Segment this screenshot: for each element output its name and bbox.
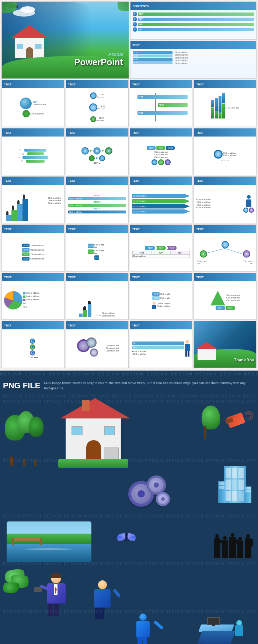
globe-text: TEXT Click to add text bbox=[33, 101, 46, 106]
slide-row-4: TEXT Click to add text Click to add tex bbox=[1, 176, 257, 223]
pie-chart bbox=[4, 291, 22, 309]
contents-slide[interactable]: CONTENTS 1 TEXT 2 TEXT 3 TEXT bbox=[130, 1, 257, 40]
iso-furniture bbox=[196, 617, 244, 644]
contents-item-4: TEXT bbox=[139, 28, 144, 31]
slide-hbar[interactable]: TEXT T1 T2 T3 T4 bbox=[1, 128, 64, 175]
slide-barchart[interactable]: TEXT bbox=[194, 80, 257, 127]
slide-row-6: TEXT Click to add text Click to add text… bbox=[1, 273, 257, 320]
slide-mixed[interactable]: TEXT TEXT Click to add text TEXT Click t… bbox=[66, 224, 129, 272]
thank-you-text: Thank You bbox=[234, 358, 254, 362]
contents-item-3: TEXT bbox=[139, 23, 144, 25]
butterfly-asset bbox=[117, 531, 136, 545]
slide-flow[interactable]: TEXT TEXT TEXT TEXT Click to add textCli… bbox=[130, 128, 193, 175]
png-assets-container: DESIGN DESIGN DESIGN DESIGN DESIGN DESIG… bbox=[3, 400, 255, 644]
main-title-area: Asadal PowerPoint bbox=[74, 52, 123, 67]
slide-silhouettes[interactable]: TEXT STEP Click to add text Click to bbox=[66, 273, 129, 320]
table-content: • Click to add text • Click to add text … bbox=[174, 51, 254, 65]
slide-row-2: TEXT TEXT Click to add text Click to add… bbox=[1, 80, 257, 127]
slide-presenter[interactable]: TEXT TEXT TEXT • Click to add text • Cli… bbox=[130, 321, 193, 368]
presenter-figure-2 bbox=[88, 580, 117, 621]
wm-row-1: DESIGN DESIGN DESIGN DESIGN DESIGN DESIG… bbox=[3, 394, 255, 398]
slide-funnel[interactable]: TEXT TEXT Click to add TEXT Click to add bbox=[130, 273, 193, 320]
slide-circle-process[interactable]: TEXT A B C NEXT ▶ bbox=[66, 128, 129, 175]
tree-right bbox=[196, 406, 226, 453]
text-table-slide[interactable]: TEXT TEXT TEXT TEXT TEXT • Click to add … bbox=[130, 41, 257, 79]
png-building bbox=[218, 459, 251, 503]
contents-num-1: 1 bbox=[133, 12, 137, 16]
slide-tags[interactable]: TEXT TEXT *Click to add text TEXT *Click… bbox=[1, 224, 64, 272]
svg-line-1 bbox=[225, 248, 243, 254]
slide-signpost[interactable]: TEXT TEXT TEXT TEXT bbox=[130, 80, 193, 127]
slide-bubbles[interactable]: TEXT TEXTClick to add TEXTClick to add T… bbox=[66, 80, 129, 127]
brand-label: Asadal bbox=[74, 52, 123, 57]
slide-row-3: TEXT T1 T2 T3 T4 bbox=[1, 128, 257, 175]
megaphone-icon bbox=[226, 411, 251, 437]
small-circle-1 bbox=[22, 110, 30, 117]
slide-people[interactable]: TEXT 👤 👤 👤 TOTAL ▶▶▶ bbox=[1, 321, 64, 368]
leaf-top-left bbox=[2, 2, 17, 13]
slide-steps[interactable]: TEXT STEP1 Click to add text STEP2 Click… bbox=[66, 176, 129, 223]
product-label: PowerPoint bbox=[74, 57, 123, 67]
main-slide[interactable]: Asadal PowerPoint bbox=[1, 1, 129, 79]
png-header: PNG FILE PNG image format source is easy… bbox=[3, 381, 255, 391]
text-slide-label: TEXT bbox=[133, 43, 140, 47]
contents-num-3: 3 bbox=[133, 22, 137, 26]
slide-row-7: TEXT 👤 👤 👤 TOTAL ▶▶▶ TEXT bbox=[1, 321, 257, 368]
slide-globe[interactable]: TEXT TEXT Click to add text Click to add… bbox=[1, 80, 64, 127]
contents-num-2: 2 bbox=[133, 17, 137, 21]
slide-cycle[interactable]: TEXT Click to add text Click to add text… bbox=[194, 128, 257, 175]
contents-title: CONTENTS bbox=[133, 4, 149, 8]
slide-arrowlist[interactable]: TEXT CLICK TO ADD CLICK TO ADD CLICK TO … bbox=[130, 176, 193, 223]
png-title: PNG FILE bbox=[3, 381, 40, 390]
slide-org[interactable]: TEXT A B C Click to addtext bbox=[194, 224, 257, 272]
slide-gears[interactable]: TEXT • Click to add text • Click to add … bbox=[66, 321, 129, 368]
png-section: PNG FILE PNG image format source is easy… bbox=[0, 377, 258, 644]
slide-pie[interactable]: TEXT Click to add text Click to add text… bbox=[1, 273, 64, 320]
contents-item-2: TEXT bbox=[139, 18, 144, 20]
table-header-cell: TEXT bbox=[133, 51, 173, 54]
slide-thankyou[interactable]: Thank You bbox=[194, 321, 257, 368]
landscape-image bbox=[7, 521, 91, 562]
contents-item-1: TEXT bbox=[139, 13, 144, 15]
globe-icon bbox=[20, 98, 32, 109]
slides-preview: Asadal PowerPoint CONTENTS 1 TEXT bbox=[0, 0, 258, 371]
silhouette-group bbox=[192, 521, 251, 558]
slide-pyramid[interactable]: TEXT Click to add text Click to add text… bbox=[194, 273, 257, 320]
png-description: PNG image format source is easy to contr… bbox=[44, 381, 255, 391]
svg-line-0 bbox=[203, 248, 225, 254]
png-gears bbox=[128, 474, 180, 514]
slide-row-5: TEXT TEXT *Click to add text TEXT *Click… bbox=[1, 224, 257, 272]
tree-cluster bbox=[3, 411, 55, 466]
slide-arrowflow[interactable]: TEXT TEXT TEXT TEXT TEXT TEXT TEXT Click… bbox=[130, 224, 193, 272]
watermark-divider: DESIGN DESIGN DESIGN DESIGN DESIGN DESIG… bbox=[0, 371, 258, 377]
slide-person-diagram[interactable]: TEXT • Click to add text • Click to add … bbox=[194, 176, 257, 223]
human-3d-1 bbox=[132, 613, 158, 644]
house-illustration bbox=[11, 31, 48, 58]
next-label: NEXT ▶ bbox=[94, 162, 101, 164]
leaf-top-right bbox=[118, 2, 129, 11]
leaf-cluster bbox=[3, 569, 36, 599]
watermark-text: DESIGN DESIGN DESIGN DESIGN DESIGN DESIG… bbox=[0, 372, 258, 376]
slide-stairs[interactable]: TEXT Click to add text Click to add tex bbox=[1, 176, 64, 223]
contents-num-4: 4 bbox=[133, 27, 137, 32]
